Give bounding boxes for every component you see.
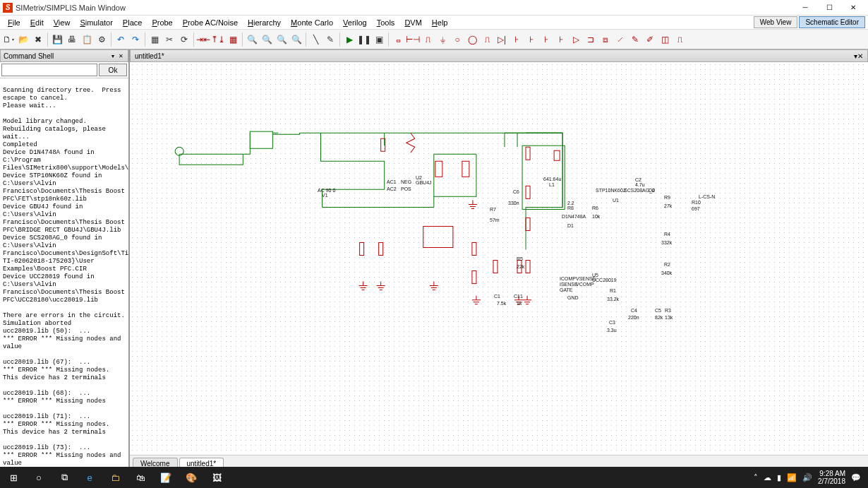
schematic-label: R1 bbox=[610, 288, 616, 293]
print-button[interactable]: 🖶 bbox=[65, 32, 79, 47]
app3-icon[interactable]: 🖼 bbox=[206, 468, 227, 487]
npn-icon[interactable]: ⊦ bbox=[510, 32, 524, 47]
open-button[interactable]: 📂 bbox=[16, 32, 30, 47]
schematic-label: R6 bbox=[592, 206, 598, 210]
menu-file[interactable]: File bbox=[3, 17, 25, 28]
opamp-icon[interactable]: ▷ bbox=[569, 32, 583, 47]
undo-button[interactable]: ↶ bbox=[114, 32, 128, 47]
tray-volume-icon[interactable]: 🔊 bbox=[802, 473, 812, 482]
app2-icon[interactable]: 🎨 bbox=[181, 468, 202, 487]
schematic-editor-mode[interactable]: Schematic Editor bbox=[799, 16, 865, 28]
minimize-button[interactable]: ─ bbox=[793, 1, 817, 15]
switch-icon[interactable]: ⟋ bbox=[613, 32, 627, 47]
nmos-icon[interactable]: ⊦ bbox=[539, 32, 553, 47]
probe-i-icon[interactable]: ✐ bbox=[643, 32, 657, 47]
maximize-button[interactable]: ☐ bbox=[817, 1, 841, 15]
menu-probe-ac-noise[interactable]: Probe AC/Noise bbox=[178, 17, 243, 28]
save-button[interactable]: 💾 bbox=[50, 32, 64, 47]
schematic-canvas[interactable]: AC 90 0V1AC1AC2NEGPOSU2GBU4J641.64uL1C24… bbox=[130, 62, 868, 455]
pulse-icon[interactable]: ⎍ bbox=[480, 32, 494, 47]
menu-probe[interactable]: Probe bbox=[147, 17, 177, 28]
schematic-label: 27k bbox=[664, 203, 672, 208]
wire-button[interactable]: ╲ bbox=[308, 32, 323, 47]
compress-h-icon[interactable]: ⇥⇤ bbox=[196, 32, 210, 47]
schematic-label: AC1 bbox=[387, 179, 397, 184]
probe-v-icon[interactable]: ✎ bbox=[628, 32, 642, 47]
explorer-icon[interactable]: 🗀 bbox=[104, 468, 126, 487]
start-button[interactable]: ⊞ bbox=[3, 468, 24, 487]
pmos-icon[interactable]: ⊦ bbox=[554, 32, 568, 47]
schematic-label: 7.5k bbox=[497, 301, 506, 306]
zoom-in-button[interactable]: 🔍 bbox=[260, 32, 274, 47]
delete-button[interactable]: ✖ bbox=[31, 32, 45, 47]
grid-button[interactable]: ▦ bbox=[226, 32, 240, 47]
command-input[interactable] bbox=[1, 64, 97, 76]
schematic-label: NEG bbox=[401, 179, 411, 184]
ok-button[interactable]: Ok bbox=[99, 64, 127, 76]
menu-simulator[interactable]: Simulator bbox=[75, 17, 117, 28]
notifications-icon[interactable]: 💬 bbox=[851, 473, 861, 482]
menu-view[interactable]: View bbox=[49, 17, 76, 28]
refresh-button[interactable]: ⟳ bbox=[177, 32, 191, 47]
tray-wifi-icon[interactable]: 📶 bbox=[787, 473, 797, 482]
ground-icon[interactable]: ⏚ bbox=[435, 32, 450, 47]
task-view-button[interactable]: ⧉ bbox=[54, 468, 75, 487]
schematic-label: 641.64u bbox=[543, 177, 561, 181]
menu-hierarchy[interactable]: Hierarchy bbox=[243, 17, 286, 28]
pencil-button[interactable]: ✎ bbox=[323, 32, 337, 47]
svg-rect-14 bbox=[493, 261, 498, 273]
schematic-label: 82k bbox=[655, 315, 663, 320]
schematic-label: R8 bbox=[567, 206, 574, 210]
settings-button[interactable]: ⚙ bbox=[95, 32, 109, 47]
menu-verilog[interactable]: Verilog bbox=[338, 17, 372, 28]
tray-up-icon[interactable]: ˄ bbox=[754, 473, 758, 482]
marker-icon[interactable]: ◫ bbox=[658, 32, 672, 47]
chip-button[interactable]: ▦ bbox=[147, 32, 162, 47]
cortana-button[interactable]: ○ bbox=[28, 468, 49, 487]
app1-icon[interactable]: 📝 bbox=[155, 468, 176, 487]
menu-dvm[interactable]: DVM bbox=[399, 17, 426, 28]
new-button[interactable]: 🗋▾ bbox=[1, 32, 16, 47]
zoom-out-button[interactable]: 🔍 bbox=[245, 32, 259, 47]
tline-icon[interactable]: ⊐ bbox=[584, 32, 598, 47]
menu-help[interactable]: Help bbox=[427, 17, 453, 28]
run-button[interactable]: ▶ bbox=[342, 32, 356, 47]
diode-icon[interactable]: ▷| bbox=[495, 32, 509, 47]
menu-edit[interactable]: Edit bbox=[25, 17, 49, 28]
menu-monte-carlo[interactable]: Monte Carlo bbox=[286, 17, 338, 28]
edge-icon[interactable]: e bbox=[79, 468, 100, 487]
window-title: SIMetrix/SIMPLIS Main Window bbox=[16, 4, 793, 12]
cut-button[interactable]: ✂ bbox=[162, 32, 176, 47]
resistor-icon[interactable]: ⏛ bbox=[391, 32, 405, 47]
zoom-fit-button[interactable]: 🔍 bbox=[275, 32, 289, 47]
zoom-region-button[interactable]: 🔍 bbox=[289, 32, 303, 47]
menu-place[interactable]: Place bbox=[118, 17, 147, 28]
graph-icon[interactable]: ⎍ bbox=[673, 32, 687, 47]
schematic-label: C1 bbox=[494, 294, 500, 299]
clock[interactable]: 9:28 AM 2/7/2018 bbox=[818, 470, 845, 485]
close-button[interactable]: ✕ bbox=[841, 1, 865, 15]
redo-button[interactable]: ↷ bbox=[128, 32, 143, 47]
web-view-mode[interactable]: Web View bbox=[754, 16, 798, 28]
compress-v-icon[interactable]: ⤒⤓ bbox=[211, 32, 225, 47]
isource-icon[interactable]: ◯ bbox=[465, 32, 479, 47]
panel-close-icon[interactable]: ✕ bbox=[117, 53, 125, 59]
command-shell-header[interactable]: Command Shell ▾ ✕ bbox=[0, 49, 128, 62]
console-output[interactable]: \DesignSoft\Tina9-TI-02062018-175203}\Us… bbox=[0, 78, 128, 469]
svg-rect-8 bbox=[526, 218, 530, 230]
menu-tools[interactable]: Tools bbox=[372, 17, 400, 28]
tray-onedrive-icon[interactable]: ☁ bbox=[764, 473, 771, 482]
capacitor-icon[interactable]: ⊢⊣ bbox=[406, 32, 420, 47]
xfmr-icon[interactable]: ⧈ bbox=[598, 32, 613, 47]
panel-dropdown-icon[interactable]: ▾ bbox=[110, 53, 116, 59]
copy-button[interactable]: 📋 bbox=[80, 32, 94, 47]
pause-button[interactable]: ❚❚ bbox=[357, 32, 371, 47]
inductor-icon[interactable]: ⎍ bbox=[421, 32, 435, 47]
store-icon[interactable]: 🛍 bbox=[130, 468, 151, 487]
canvas-close-icon[interactable]: ✕ bbox=[857, 52, 863, 60]
stop-button[interactable]: ▣ bbox=[372, 32, 386, 47]
vsource-icon[interactable]: ○ bbox=[450, 32, 464, 47]
tray-battery-icon[interactable]: ▮ bbox=[777, 473, 781, 482]
pnp-icon[interactable]: ⊦ bbox=[524, 32, 538, 47]
schematic-label: D1N4748A bbox=[562, 214, 586, 219]
